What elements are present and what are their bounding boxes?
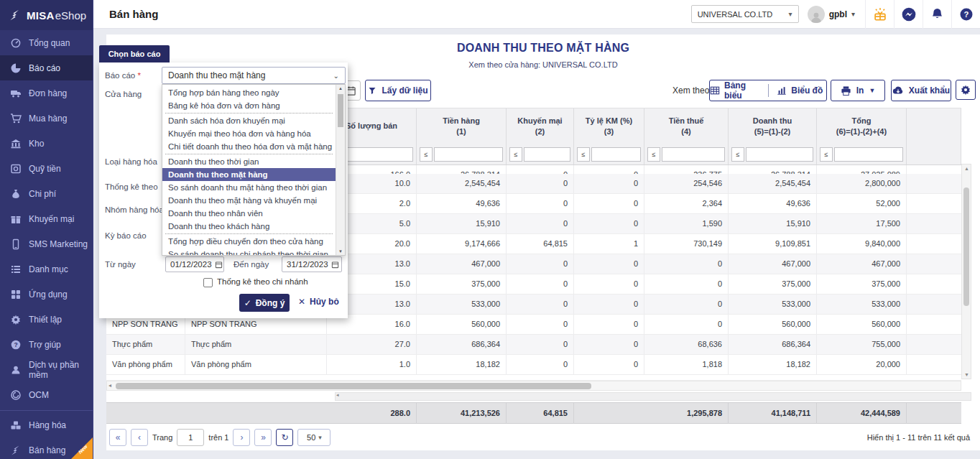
filter-input[interactable]	[591, 147, 641, 162]
export-button[interactable]: Xuất khẩu	[891, 80, 951, 101]
get-data-button[interactable]: Lấy dữ liệu	[365, 80, 431, 101]
first-page-button[interactable]: «	[109, 429, 126, 446]
dropdown-option[interactable]: So sánh doanh thu chi nhánh theo thời gi…	[162, 248, 336, 255]
dialog-tab[interactable]: Chọn báo cáo	[99, 45, 170, 62]
filter-operator-button[interactable]: ≤	[820, 147, 833, 162]
page-input[interactable]	[177, 429, 204, 446]
sidebar-item-pie[interactable]: Báo cáo	[0, 55, 93, 80]
calendar-icon[interactable]	[215, 261, 223, 269]
filter-operator-button[interactable]: ≤	[647, 147, 660, 162]
settings-button[interactable]	[956, 80, 976, 100]
filter-input[interactable]	[834, 147, 903, 162]
cell-name-link[interactable]: Văn phòng phẩm	[185, 355, 327, 374]
company-select[interactable]: UNIVERSAL CO.LTD ▾	[691, 5, 799, 23]
next-page-button[interactable]: ›	[233, 429, 250, 446]
phone-icon	[10, 238, 22, 250]
filter-operator-button[interactable]: ≤	[731, 147, 744, 162]
chart-view-button[interactable]: Biểu đồ	[774, 80, 827, 101]
from-date-input[interactable]: 01/12/2023	[165, 256, 224, 272]
scroll-up-icon[interactable]: ▲	[964, 166, 969, 171]
filter-operator-button[interactable]: ≤	[420, 147, 433, 162]
horizontal-scrollbar[interactable]: ◂	[106, 381, 961, 391]
filter-input[interactable]	[662, 147, 725, 162]
header-cell[interactable]: Tiền thuế(4)	[644, 108, 729, 144]
ok-button[interactable]: ✓Đồng ý	[239, 294, 290, 312]
branch-checkbox[interactable]	[203, 278, 213, 287]
dropdown-scrollbar[interactable]: ▲ ▼	[336, 85, 345, 255]
dropdown-option[interactable]: So sánh doanh thu mặt hàng theo thời gia…	[162, 181, 336, 194]
to-date-input[interactable]: 31/12/2023	[282, 256, 342, 272]
sidebar-item-question[interactable]: ?Trợ giúp	[0, 332, 93, 357]
page-title: Bán hàng	[109, 8, 158, 20]
scroll-left-icon[interactable]: ◂	[108, 382, 111, 389]
cell-value: 9,840,000	[817, 234, 907, 254]
logo-text-eshop: eShop	[55, 9, 86, 22]
sidebar-item-gear[interactable]: Thiết lập	[0, 307, 93, 332]
cell-name-link[interactable]: Thực phẩm	[185, 335, 327, 354]
dropdown-option[interactable]: Chi tiết doanh thu theo hóa đơn và mặt h…	[162, 140, 336, 153]
dropdown-option[interactable]: Doanh thu theo nhân viên	[162, 207, 336, 220]
header-cell[interactable]: Khuyến mại(2)	[507, 108, 574, 144]
header-cell[interactable]: Tổng(6)=(1)-(2)+(4)	[817, 108, 907, 144]
vertical-scrollbar[interactable]: ▲ ▼	[961, 164, 971, 379]
scrollbar-thumb[interactable]	[338, 94, 343, 127]
table-row: Thực phẩmThực phẩm27.0686,3640068,636686…	[106, 335, 961, 355]
sidebar-item-swirl[interactable]: OCM	[0, 382, 93, 407]
dropdown-option[interactable]: Bảng kê hóa đơn và đơn hàng	[162, 99, 336, 112]
dropdown-option[interactable]: Doanh thu theo mặt hàng và khuyến mại	[162, 194, 336, 207]
horizontal-scrollbar-2[interactable]: ◂	[106, 392, 961, 401]
scroll-down-icon[interactable]: ▼	[964, 372, 969, 377]
sidebar-item-safe[interactable]: Quỹ tiền	[0, 156, 93, 181]
calendar-icon[interactable]	[331, 261, 339, 269]
app-logo[interactable]: MISA eShop	[0, 0, 93, 30]
cell-value: 0	[574, 315, 644, 334]
scrollbar-thumb[interactable]	[963, 187, 969, 306]
filter-input[interactable]	[434, 147, 503, 162]
dropdown-option[interactable]: Danh sách hóa đơn khuyến mại	[162, 114, 336, 127]
filter-input[interactable]	[524, 147, 570, 162]
sidebar-item-person[interactable]: Dịch vụ phần mềm	[0, 357, 93, 382]
filter-cell: ≤	[574, 144, 644, 164]
cell-value: 49,636	[417, 194, 507, 213]
sidebar-item-bank[interactable]: Kho	[0, 131, 93, 156]
header-cell[interactable]: Doanh thu(5)=(1)-(2)	[729, 108, 817, 144]
messenger-icon[interactable]	[894, 0, 923, 29]
bell-icon[interactable]	[923, 0, 951, 29]
scroll-down-icon[interactable]: ▼	[338, 249, 343, 254]
report-select[interactable]: Doanh thu theo mặt hàng ⌄	[162, 67, 346, 84]
header-cell[interactable]: Tỷ lệ KM (%)(3)	[574, 108, 644, 144]
page-size-select[interactable]: 50 ▾	[297, 429, 330, 446]
sidebar-item-phone[interactable]: SMS Marketing	[0, 231, 93, 256]
filter-operator-button[interactable]: ≤	[509, 147, 522, 162]
sidebar-item-money[interactable]: Chi phí	[0, 181, 93, 206]
table-view-button[interactable]: Bảng biểu	[710, 80, 763, 101]
print-button[interactable]: In ▼	[831, 80, 885, 101]
dropdown-option[interactable]: Doanh thu theo thời gian	[162, 155, 336, 168]
prev-page-button[interactable]: ‹	[131, 429, 148, 446]
dropdown-option[interactable]: Tổng hợp điều chuyển đơn theo cửa hàng	[162, 235, 336, 248]
refresh-button[interactable]: ↻	[276, 429, 293, 446]
scrollbar-thumb[interactable]	[116, 383, 591, 389]
scroll-up-icon[interactable]: ▲	[338, 86, 343, 91]
header-cell[interactable]: Tiền hàng(1)	[417, 108, 507, 144]
sidebar-item-gift[interactable]: Khuyến mại	[0, 206, 93, 231]
dropdown-option[interactable]: Khuyến mại theo hóa đơn và hàng hóa	[162, 127, 336, 140]
sidebar-item-gauge[interactable]: Tổng quan	[0, 30, 93, 55]
dropdown-option[interactable]: Tổng hợp bán hàng theo ngày	[162, 86, 336, 99]
sidebar-item-boxes[interactable]: Hàng hóa	[0, 412, 93, 437]
sidebar-item-cart[interactable]: Mua hàng	[0, 106, 93, 131]
filter-input[interactable]	[746, 147, 813, 162]
sidebar-item-apps[interactable]: Ứng dụng	[0, 282, 93, 307]
dropdown-option[interactable]: Doanh thu theo khách hàng	[162, 220, 336, 233]
sidebar-item-truck[interactable]: Đơn hàng	[0, 80, 93, 106]
sidebar-item-list[interactable]: Danh mục	[0, 256, 93, 282]
dropdown-option[interactable]: Doanh thu theo mặt hàng	[162, 168, 336, 181]
user-menu[interactable]: gpbl ▾	[808, 6, 855, 23]
help-icon[interactable]: ?	[951, 0, 980, 29]
cancel-button[interactable]: ✕Hủy bỏ	[298, 297, 339, 307]
last-page-button[interactable]: »	[254, 429, 272, 446]
promo-idea-icon[interactable]	[865, 0, 894, 29]
filter-cell: ≤	[817, 144, 907, 164]
scroll-left-icon[interactable]: ◂	[336, 392, 339, 398]
filter-operator-button[interactable]: ≤	[577, 147, 590, 162]
